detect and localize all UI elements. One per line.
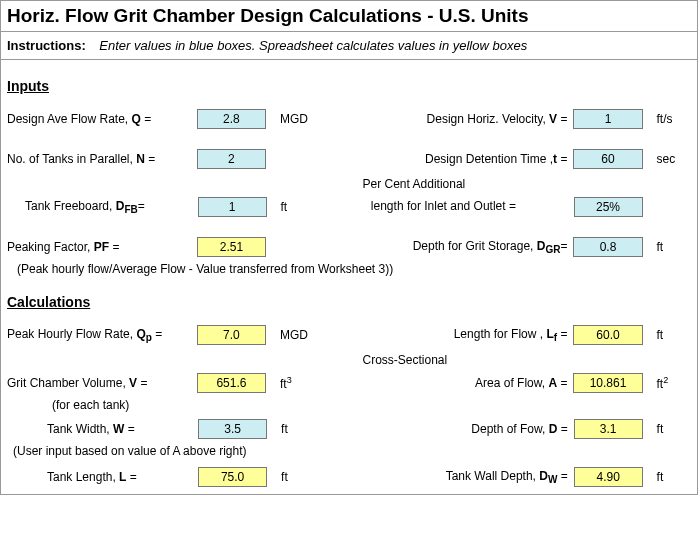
unit-dgr: ft: [643, 240, 692, 254]
label-qp: Peak Hourly Flow Rate, Qp =: [7, 327, 197, 343]
note-pf: (Peak hourly flow/Average Flow - Value t…: [17, 262, 691, 276]
unit-qp: MGD: [266, 328, 334, 342]
unit-w: ft: [267, 422, 335, 436]
label-vol: Grit Chamber Volume, V =: [7, 376, 197, 390]
row-pctadd-line1: Per Cent Additional: [7, 174, 691, 196]
row-n-t: No. of Tanks in Parallel, N = 2 Design D…: [7, 148, 691, 170]
unit-d: ft: [643, 422, 691, 436]
row-w-d: Tank Width, W = 3.5 ft Depth of Fow, D =…: [7, 418, 691, 440]
instructions-text: Enter values in blue boxes. Spreadsheet …: [99, 38, 527, 53]
output-a: 10.861: [573, 373, 642, 393]
output-d: 3.1: [574, 419, 643, 439]
label-d: Depth of Fow, D =: [363, 422, 573, 436]
label-dw: Tank Wall Depth, DW =: [363, 469, 573, 485]
label-pctadd-line2: length for Inlet and Outlet =: [363, 199, 574, 215]
row-dfb-pctadd: Tank Freeboard, DFB= 1 ft length for Inl…: [7, 196, 691, 218]
input-n[interactable]: 2: [197, 149, 266, 169]
label-a-line1: Cross-Sectional: [363, 353, 574, 369]
unit-v: ft/s: [643, 112, 692, 126]
output-vol: 651.6: [197, 373, 266, 393]
row-vol-a: Grit Chamber Volume, V = 651.6 ft3 Area …: [7, 372, 691, 394]
label-dgr: Depth for Grit Storage, DGR=: [362, 239, 573, 255]
note-vol: (for each tank): [52, 398, 691, 412]
input-w[interactable]: 3.5: [198, 419, 267, 439]
input-pctadd[interactable]: 25%: [574, 197, 643, 217]
unit-t: sec: [643, 152, 692, 166]
input-dfb[interactable]: 1: [198, 197, 267, 217]
inputs-heading: Inputs: [7, 78, 691, 94]
label-lf: Length for Flow , Lf =: [362, 327, 573, 343]
label-l: Tank Length, L =: [7, 470, 198, 484]
row-q-v: Design Ave Flow Rate, Q = 2.8 MGD Design…: [7, 108, 691, 130]
label-w: Tank Width, W =: [7, 422, 198, 436]
output-dw: 4.90: [574, 467, 643, 487]
note-w: (User input based on value of A above ri…: [13, 444, 691, 458]
label-a: Area of Flow, A =: [362, 376, 573, 390]
spreadsheet: Horiz. Flow Grit Chamber Design Calculat…: [0, 0, 698, 495]
row-l-dw: Tank Length, L = 75.0 ft Tank Wall Depth…: [7, 466, 691, 488]
page-title: Horiz. Flow Grit Chamber Design Calculat…: [1, 0, 697, 32]
input-dgr[interactable]: 0.8: [573, 237, 642, 257]
label-pf: Peaking Factor, PF =: [7, 240, 197, 254]
label-n: No. of Tanks in Parallel, N =: [7, 152, 197, 166]
label-pctadd-line1: Per Cent Additional: [363, 177, 574, 193]
output-qp: 7.0: [197, 325, 266, 345]
unit-q: MGD: [266, 112, 334, 126]
row-qp-lf: Peak Hourly Flow Rate, Qp = 7.0 MGD Leng…: [7, 324, 691, 346]
input-q[interactable]: 2.8: [197, 109, 266, 129]
output-l: 75.0: [198, 467, 267, 487]
sheet-body: Inputs Design Ave Flow Rate, Q = 2.8 MGD…: [1, 60, 697, 494]
output-pf: 2.51: [197, 237, 266, 257]
unit-vol: ft3: [266, 375, 334, 391]
input-t[interactable]: 60: [573, 149, 642, 169]
unit-lf: ft: [643, 328, 692, 342]
label-t: Design Detention Time ,t =: [362, 152, 573, 166]
instructions-label: Instructions:: [7, 38, 86, 53]
unit-a: ft2: [643, 375, 692, 391]
label-q: Design Ave Flow Rate, Q =: [7, 112, 197, 126]
instructions-row: Instructions: Enter values in blue boxes…: [1, 32, 697, 60]
unit-dfb: ft: [267, 200, 335, 214]
row-a-line1: Cross-Sectional: [7, 350, 691, 372]
calculations-heading: Calculations: [7, 294, 691, 310]
label-v: Design Horiz. Velocity, V =: [362, 112, 573, 126]
label-dfb: Tank Freeboard, DFB=: [7, 199, 198, 215]
unit-l: ft: [267, 470, 335, 484]
unit-dw: ft: [643, 470, 691, 484]
input-v[interactable]: 1: [573, 109, 642, 129]
row-pf-dgr: Peaking Factor, PF = 2.51 Depth for Grit…: [7, 236, 691, 258]
output-lf: 60.0: [573, 325, 642, 345]
